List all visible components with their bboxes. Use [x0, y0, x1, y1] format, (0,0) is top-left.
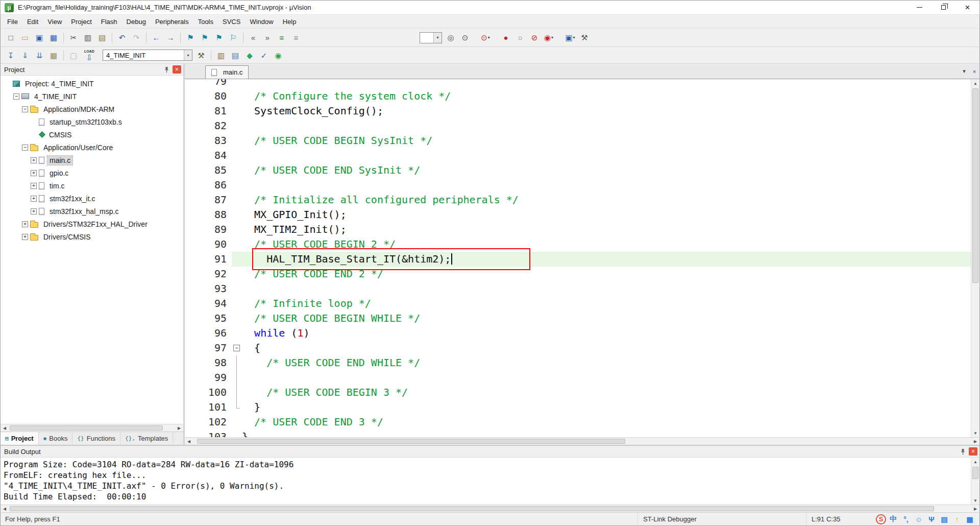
- save-all-button[interactable]: ▦: [46, 31, 61, 44]
- scroll-left-icon[interactable]: ◀: [185, 438, 193, 445]
- line-number[interactable]: 79: [185, 79, 232, 89]
- pin-icon[interactable]: [162, 65, 171, 74]
- toolbox-icon[interactable]: ▦: [964, 514, 975, 524]
- close-document-icon[interactable]: ×: [969, 66, 979, 77]
- skin-icon[interactable]: ↑: [951, 514, 963, 524]
- code-line-98[interactable]: 98 /* USER CODE END WHILE */: [185, 355, 971, 370]
- minimize-button[interactable]: [908, 1, 932, 14]
- kill-all-breakpoints-button[interactable]: ⊘: [527, 31, 542, 44]
- scrollbar-track[interactable]: [971, 87, 979, 429]
- project-horizontal-scrollbar[interactable]: ◀ ▶: [1, 424, 183, 432]
- target-select[interactable]: 4_TIME_INIT▾: [103, 50, 192, 61]
- stop-build-button[interactable]: ▢: [66, 49, 81, 61]
- code-line-83[interactable]: 83 /* USER CODE BEGIN SysInit */: [185, 133, 971, 148]
- paste-button[interactable]: ▤: [95, 31, 109, 44]
- line-number[interactable]: 98: [185, 355, 232, 370]
- line-number[interactable]: 87: [185, 193, 232, 207]
- restore-button[interactable]: [932, 1, 955, 14]
- tree-item-gpio-c[interactable]: +gpio.c: [1, 166, 183, 179]
- scrollbar-thumb[interactable]: [972, 467, 978, 479]
- toggle-bookmark-button[interactable]: ⚑: [183, 31, 198, 44]
- chinese-input-icon[interactable]: 中: [888, 514, 899, 524]
- code-line-81[interactable]: 81 SystemClock_Config();: [185, 104, 971, 118]
- enable-disable-breakpoint-button[interactable]: ○: [513, 31, 527, 44]
- code-line-87[interactable]: 87 /* Initialize all configured peripher…: [185, 193, 971, 207]
- tree-item-drivers-stm32f1xx-hal-driver[interactable]: +Drivers/STM32F1xx_HAL_Driver: [1, 218, 183, 230]
- code-line-84[interactable]: 84: [185, 148, 971, 163]
- books-button[interactable]: ▤: [228, 49, 242, 61]
- redo-button[interactable]: ↷: [129, 31, 143, 44]
- code-line-88[interactable]: 88 MX_GPIO_Init();: [185, 207, 971, 222]
- tree-expander-icon[interactable]: +: [31, 196, 37, 202]
- tree-expander-icon[interactable]: +: [31, 157, 37, 163]
- scroll-up-icon[interactable]: ▲: [971, 458, 979, 466]
- build-horizontal-scrollbar[interactable]: ◀ ▶: [1, 505, 979, 512]
- line-number[interactable]: 100: [185, 385, 232, 400]
- download-button[interactable]: LOAD⇩: [81, 49, 98, 61]
- translate-button[interactable]: ↧: [4, 49, 18, 61]
- build-output-text[interactable]: Program Size: Code=3104 RO-data=284 RW-d…: [1, 458, 971, 505]
- indent-button[interactable]: »: [260, 31, 275, 44]
- line-number[interactable]: 92: [185, 267, 232, 281]
- line-number[interactable]: 101: [185, 400, 232, 415]
- open-file-button[interactable]: ▭: [18, 31, 32, 44]
- code-line-79[interactable]: 79: [185, 79, 971, 89]
- rebuild-button[interactable]: ⇊: [32, 49, 46, 61]
- tree-expander-icon[interactable]: −: [22, 145, 28, 151]
- find-in-files-combo[interactable]: ▾: [420, 32, 442, 43]
- navigate-forward-button[interactable]: →: [163, 31, 178, 44]
- code-line-100[interactable]: 100 /* USER CODE BEGIN 3 */: [185, 385, 971, 400]
- tree-item-drivers-cmsis[interactable]: +Drivers/CMSIS: [1, 230, 183, 243]
- line-number[interactable]: 102: [185, 415, 232, 429]
- unindent-button[interactable]: «: [246, 31, 260, 44]
- tree-item-cmsis[interactable]: CMSIS: [1, 128, 183, 141]
- tree-item-main-c[interactable]: +main.c: [1, 154, 183, 166]
- pin-icon[interactable]: [959, 447, 967, 456]
- breakpoints-dropdown-button-dropdown-icon[interactable]: ▾: [551, 35, 553, 40]
- uncomment-selection-button[interactable]: ≡: [289, 31, 303, 44]
- build-button[interactable]: ⇓: [18, 49, 32, 61]
- code-line-101[interactable]: 101 }: [185, 400, 971, 415]
- debug-windows-dropdown-button[interactable]: ▣▾: [563, 31, 577, 44]
- code-line-82[interactable]: 82: [185, 118, 971, 133]
- tree-item-project-4-time-init[interactable]: Project: 4_TIME_INIT: [1, 77, 183, 90]
- line-number[interactable]: 84: [185, 148, 232, 163]
- manage-rte-button[interactable]: ◆: [242, 49, 257, 61]
- scroll-right-icon[interactable]: ▶: [175, 424, 183, 432]
- code-line-91[interactable]: 91 HAL_TIM_Base_Start_IT(&htim2);: [185, 252, 971, 267]
- menu-svcs[interactable]: SVCS: [218, 16, 245, 27]
- scroll-right-icon[interactable]: ▶: [971, 438, 979, 445]
- punctuation-icon[interactable]: °,: [900, 514, 912, 524]
- line-number[interactable]: 91: [185, 252, 232, 267]
- tree-expander-icon[interactable]: −: [22, 106, 28, 112]
- fold-collapse-icon[interactable]: −: [233, 345, 240, 351]
- code-line-94[interactable]: 94 /* Infinite loop */: [185, 296, 971, 311]
- menu-flash[interactable]: Flash: [96, 16, 122, 27]
- tree-item-application-mdk-arm[interactable]: −Application/MDK-ARM: [1, 103, 183, 115]
- menu-help[interactable]: Help: [278, 16, 301, 27]
- find-dropdown-button-dropdown-icon[interactable]: ▾: [488, 35, 490, 40]
- line-number[interactable]: 88: [185, 207, 232, 222]
- file-extensions-button[interactable]: ▥: [214, 49, 228, 61]
- line-number[interactable]: 103: [185, 429, 232, 437]
- tree-item-tim-c[interactable]: +tim.c: [1, 179, 183, 192]
- next-bookmark-button[interactable]: ⚑: [212, 31, 226, 44]
- tree-item-stm32f1xx-hal-msp-c[interactable]: +stm32f1xx_hal_msp.c: [1, 205, 183, 218]
- code-line-89[interactable]: 89 MX_TIM2_Init();: [185, 222, 971, 237]
- scroll-down-icon[interactable]: ▼: [971, 429, 979, 437]
- copy-button[interactable]: ▥: [81, 31, 95, 44]
- debug-windows-dropdown-button-dropdown-icon[interactable]: ▾: [573, 35, 575, 40]
- line-number[interactable]: 90: [185, 237, 232, 252]
- menu-peripherals[interactable]: Peripherals: [151, 16, 193, 27]
- tree-expander-icon[interactable]: +: [31, 208, 37, 214]
- tree-expander-icon[interactable]: +: [22, 234, 28, 240]
- emoji-icon[interactable]: ☺: [913, 514, 924, 524]
- tree-item-application-user-core[interactable]: −Application/User/Core: [1, 141, 183, 154]
- code-line-92[interactable]: 92 /* USER CODE END 2 */: [185, 267, 971, 281]
- scrollbar-thumb[interactable]: [197, 439, 625, 444]
- scrollbar-track[interactable]: [971, 466, 979, 496]
- scrollbar-track[interactable]: [9, 505, 971, 512]
- scroll-down-icon[interactable]: ▼: [971, 496, 979, 505]
- menu-window[interactable]: Window: [245, 16, 278, 27]
- scrollbar-track[interactable]: [9, 424, 175, 432]
